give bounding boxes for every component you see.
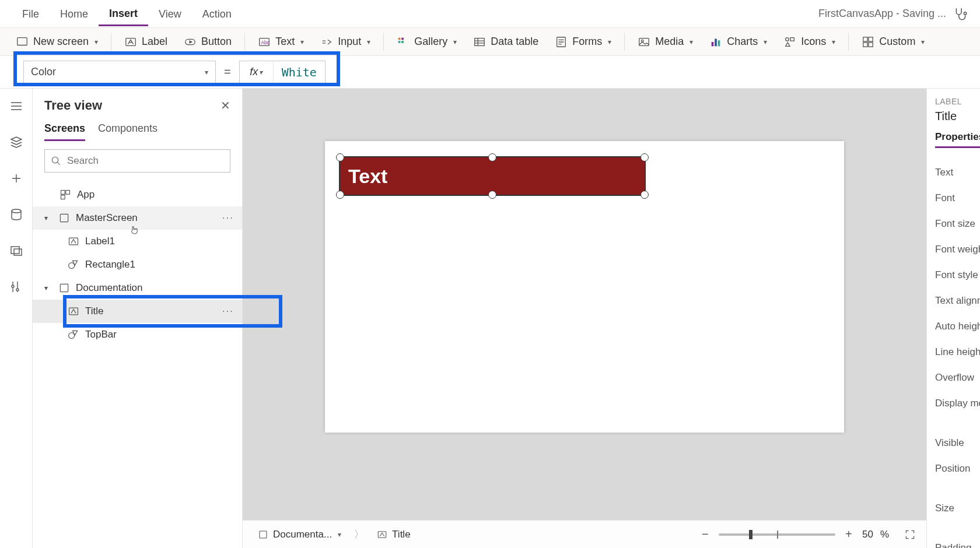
menu-home[interactable]: Home xyxy=(50,2,99,25)
prop-row[interactable]: Font style xyxy=(935,262,980,288)
tree-item-label: Title xyxy=(85,305,104,317)
gallery-label: Gallery xyxy=(414,36,447,48)
chevron-down-icon[interactable]: ▾ xyxy=(44,284,52,292)
gallery-button[interactable]: Gallery▾ xyxy=(390,32,464,52)
tree-item-masterscreen[interactable]: ▾ MasterScreen ∙∙∙ xyxy=(33,206,242,230)
svg-rect-27 xyxy=(61,191,65,195)
menubar: File Home Insert View Action FirstCanvas… xyxy=(0,0,980,28)
tab-components[interactable]: Components xyxy=(98,122,158,141)
app-checker-icon[interactable] xyxy=(953,6,968,22)
input-button[interactable]: Input▾ xyxy=(313,32,377,52)
more-icon[interactable]: ∙∙∙ xyxy=(222,212,234,224)
prop-row[interactable]: Visible xyxy=(935,430,980,456)
zoom-out-button[interactable]: − xyxy=(699,528,712,541)
svg-rect-1 xyxy=(18,37,27,45)
label-button[interactable]: Label xyxy=(117,32,174,52)
svg-rect-36 xyxy=(260,531,267,538)
tree-item-topbar[interactable]: TopBar xyxy=(33,323,242,346)
formula-value[interactable]: White xyxy=(274,65,325,79)
control-title-text: Text xyxy=(348,165,387,188)
tree-item-app[interactable]: App xyxy=(33,183,242,206)
breadcrumb-screen[interactable]: Documenta... ▾ xyxy=(253,526,346,543)
tree-search-input[interactable] xyxy=(67,155,224,167)
svg-point-0 xyxy=(964,12,966,14)
menu-file[interactable]: File xyxy=(12,2,50,25)
icons-button[interactable]: Icons▾ xyxy=(776,32,842,52)
resize-handle[interactable] xyxy=(336,153,344,161)
prop-row[interactable]: Position xyxy=(935,456,980,482)
custom-button[interactable]: Custom▾ xyxy=(855,32,932,52)
zoom-slider[interactable] xyxy=(719,533,835,536)
tree-search[interactable] xyxy=(44,149,230,173)
breadcrumb-control[interactable]: Title xyxy=(372,526,415,543)
menu-insert[interactable]: Insert xyxy=(99,2,148,26)
insert-icon[interactable] xyxy=(9,171,23,185)
tree-item-documentation[interactable]: ▾ Documentation xyxy=(33,276,242,300)
tree-view-icon[interactable] xyxy=(9,135,23,149)
close-icon[interactable]: ✕ xyxy=(220,99,230,113)
custom-label: Custom xyxy=(879,36,915,48)
data-table-button[interactable]: Data table xyxy=(466,32,545,52)
media-rail-icon[interactable] xyxy=(9,244,23,258)
prop-row[interactable]: Padding xyxy=(935,535,980,548)
text-button[interactable]: Abc Text▾ xyxy=(251,32,311,52)
prop-row[interactable]: Text alignment xyxy=(935,288,980,314)
svg-point-26 xyxy=(52,157,58,163)
hamburger-icon[interactable] xyxy=(9,99,23,113)
svg-rect-20 xyxy=(869,37,873,41)
more-icon[interactable]: ∙∙∙ xyxy=(222,305,234,317)
resize-handle[interactable] xyxy=(640,191,649,199)
prop-row[interactable]: Display mode xyxy=(935,391,980,416)
resize-handle[interactable] xyxy=(488,153,496,161)
button-button[interactable]: Button xyxy=(177,32,239,52)
fx-button[interactable]: fx ▾ xyxy=(240,61,274,83)
svg-rect-33 xyxy=(60,284,68,291)
properties-tab[interactable]: Properties xyxy=(935,131,980,148)
insert-ribbon: New screen▾ Label Button Abc Text▾ Input… xyxy=(0,28,980,56)
prop-row[interactable]: Text xyxy=(935,160,980,185)
svg-point-23 xyxy=(12,209,21,213)
property-selector[interactable]: Color ▾ xyxy=(23,61,216,84)
prop-row[interactable]: Font xyxy=(935,185,980,211)
tree-item-rectangle1[interactable]: Rectangle1 xyxy=(33,253,242,276)
fit-screen-icon[interactable] xyxy=(904,529,916,540)
media-icon xyxy=(638,36,650,48)
tree-item-label1[interactable]: Label1 xyxy=(33,230,242,253)
prop-row[interactable]: Size xyxy=(935,496,980,521)
charts-button[interactable]: Charts▾ xyxy=(702,32,774,52)
chevron-down-icon[interactable]: ▾ xyxy=(44,214,52,222)
resize-handle[interactable] xyxy=(336,191,344,199)
prop-row[interactable]: Auto height xyxy=(935,314,980,339)
advanced-tools-icon[interactable] xyxy=(9,280,23,294)
custom-icon xyxy=(862,36,874,48)
prop-row[interactable]: Overflow xyxy=(935,365,980,391)
data-icon[interactable] xyxy=(9,208,23,222)
tree-item-label: Rectangle1 xyxy=(85,259,135,271)
button-icon xyxy=(184,36,197,48)
svg-rect-22 xyxy=(869,42,873,46)
prop-row[interactable]: Line height xyxy=(935,339,980,365)
media-button[interactable]: Media▾ xyxy=(631,32,700,52)
prop-row xyxy=(935,521,980,535)
tab-screens[interactable]: Screens xyxy=(44,122,85,141)
tree-item-title[interactable]: Title ∙∙∙ xyxy=(33,300,242,323)
properties-panel: LABEL Title Properties Text Font Font si… xyxy=(926,89,980,548)
new-screen-button[interactable]: New screen▾ xyxy=(9,32,105,52)
menu-view[interactable]: View xyxy=(148,2,192,25)
control-title[interactable]: Text xyxy=(340,157,645,195)
prop-row[interactable]: Font weight xyxy=(935,237,980,262)
forms-button[interactable]: Forms▾ xyxy=(548,32,618,52)
left-rail xyxy=(0,89,33,548)
zoom-value: 50 xyxy=(862,529,873,540)
resize-handle[interactable] xyxy=(640,153,649,161)
properties-name: Title xyxy=(935,110,980,123)
charts-label: Charts xyxy=(727,36,758,48)
breadcrumb-screen-label: Documenta... xyxy=(273,529,332,540)
chevron-down-icon: ▾ xyxy=(608,38,611,46)
zoom-in-button[interactable]: + xyxy=(842,528,855,541)
artboard-documentation[interactable]: Text xyxy=(325,141,844,433)
formula-input-rest[interactable] xyxy=(326,61,980,84)
resize-handle[interactable] xyxy=(488,191,496,199)
prop-row[interactable]: Font size xyxy=(935,211,980,237)
menu-action[interactable]: Action xyxy=(192,2,242,25)
